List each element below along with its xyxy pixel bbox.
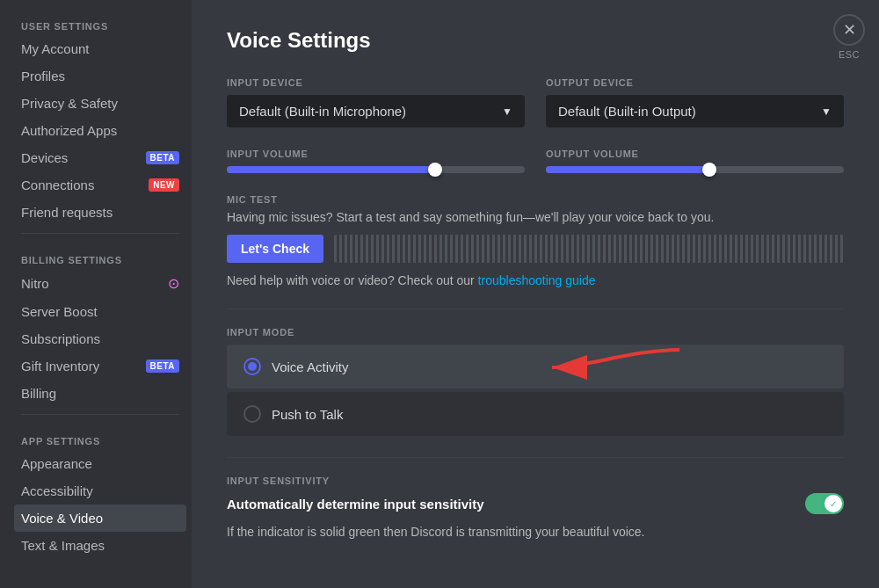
output-device-value: Default (Built-in Output) xyxy=(558,104,696,119)
connections-new-badge: NEW xyxy=(149,178,179,192)
sidebar-item-subscriptions[interactable]: Subscriptions xyxy=(14,325,186,352)
output-volume-slider[interactable] xyxy=(546,166,844,173)
audio-visualizer xyxy=(334,235,844,263)
user-settings-header: USER SETTINGS xyxy=(14,18,186,35)
output-device-arrow-icon: ▼ xyxy=(821,105,832,118)
auto-sensitivity-toggle[interactable]: ✓ xyxy=(805,493,844,514)
input-volume-slider[interactable] xyxy=(227,166,525,173)
output-volume-label: OUTPUT VOLUME xyxy=(546,149,844,159)
mic-test-desc: Having mic issues? Start a test and say … xyxy=(227,210,844,224)
mic-test-row: Let's Check xyxy=(227,235,844,263)
sidebar-item-authorized-apps[interactable]: Authorized Apps xyxy=(14,117,186,144)
sidebar-item-billing[interactable]: Billing xyxy=(14,380,186,407)
sidebar-item-server-boost[interactable]: Server Boost xyxy=(14,298,186,325)
devices-beta-badge: BETA xyxy=(146,151,179,164)
esc-label: ESC xyxy=(839,49,860,60)
input-device-col: INPUT DEVICE Default (Built-in Microphon… xyxy=(227,77,525,127)
voice-activity-dot xyxy=(248,362,257,371)
input-mode-label: INPUT MODE xyxy=(227,327,844,338)
output-device-dropdown[interactable]: Default (Built-in Output) ▼ xyxy=(546,95,844,127)
auto-sensitivity-title: Automatically determine input sensitivit… xyxy=(227,497,484,512)
billing-settings-header: BILLING SETTINGS xyxy=(14,241,186,269)
toggle-knob: ✓ xyxy=(825,495,842,512)
sidebar-item-friend-requests[interactable]: Friend requests xyxy=(14,199,186,226)
input-sensitivity-label: INPUT SENSITIVITY xyxy=(227,475,844,486)
input-volume-fill xyxy=(227,166,435,173)
divider-app xyxy=(21,414,179,415)
divider-1 xyxy=(227,309,844,309)
input-device-value: Default (Built-in Microphone) xyxy=(239,104,406,119)
sidebar-item-connections[interactable]: Connections NEW xyxy=(14,171,186,199)
input-mode-section: INPUT MODE Voice Activity Push to Talk xyxy=(227,327,844,436)
app-settings-header: APP SETTINGS xyxy=(14,422,186,450)
voice-activity-label: Voice Activity xyxy=(272,359,349,374)
output-volume-thumb[interactable] xyxy=(702,163,716,177)
page-title: Voice Settings xyxy=(227,28,844,53)
push-to-talk-option[interactable]: Push to Talk xyxy=(227,392,844,436)
input-sensitivity-section: INPUT SENSITIVITY Automatically determin… xyxy=(227,475,844,539)
input-volume-col: INPUT VOLUME xyxy=(227,149,525,173)
output-device-col: OUTPUT DEVICE Default (Built-in Output) … xyxy=(546,77,844,127)
sidebar-item-appearance[interactable]: Appearance xyxy=(14,450,186,477)
sidebar-item-nitro[interactable]: Nitro ⊙ xyxy=(14,269,186,298)
nitro-icon: ⊙ xyxy=(168,275,179,292)
device-row: INPUT DEVICE Default (Built-in Microphon… xyxy=(227,77,844,127)
sidebar: USER SETTINGS My Account Profiles Privac… xyxy=(0,0,192,588)
input-device-label: INPUT DEVICE xyxy=(227,77,525,88)
close-button[interactable]: ✕ xyxy=(833,14,865,46)
help-text: Need help with voice or video? Check out… xyxy=(227,273,844,287)
sidebar-item-privacy-safety[interactable]: Privacy & Safety xyxy=(14,90,186,117)
sidebar-item-profiles[interactable]: Profiles xyxy=(14,62,186,90)
push-to-talk-radio[interactable] xyxy=(243,405,261,423)
sensitivity-desc: If the indicator is solid green then Dis… xyxy=(227,525,844,539)
input-volume-thumb[interactable] xyxy=(428,163,442,177)
lets-check-button[interactable]: Let's Check xyxy=(227,235,323,263)
sidebar-item-accessibility[interactable]: Accessibility xyxy=(14,477,186,505)
voice-activity-option[interactable]: Voice Activity xyxy=(227,345,844,388)
divider-billing xyxy=(21,233,179,234)
output-volume-col: OUTPUT VOLUME xyxy=(546,149,844,173)
troubleshooting-link[interactable]: troubleshooting guide xyxy=(478,273,596,287)
sidebar-item-gift-inventory[interactable]: Gift Inventory BETA xyxy=(14,352,186,380)
mic-test-section: MIC TEST Having mic issues? Start a test… xyxy=(227,194,844,287)
input-volume-label: INPUT VOLUME xyxy=(227,149,525,159)
gift-inventory-beta-badge: BETA xyxy=(146,359,179,373)
mic-test-label: MIC TEST xyxy=(227,194,844,205)
sidebar-item-text-images[interactable]: Text & Images xyxy=(14,532,186,559)
voice-activity-radio[interactable] xyxy=(243,358,261,375)
input-device-arrow-icon: ▼ xyxy=(502,105,512,118)
volume-row: INPUT VOLUME OUTPUT VOLUME xyxy=(227,149,844,173)
sidebar-item-devices[interactable]: Devices BETA xyxy=(14,144,186,171)
divider-2 xyxy=(227,457,844,458)
main-content: ✕ ESC Voice Settings INPUT DEVICE Defaul… xyxy=(192,0,879,588)
output-volume-fill xyxy=(546,166,709,173)
input-device-dropdown[interactable]: Default (Built-in Microphone) ▼ xyxy=(227,95,525,127)
sidebar-item-voice-video[interactable]: Voice & Video xyxy=(14,505,186,532)
sensitivity-header: Automatically determine input sensitivit… xyxy=(227,493,844,514)
push-to-talk-label: Push to Talk xyxy=(272,407,343,422)
output-device-label: OUTPUT DEVICE xyxy=(546,77,844,88)
sidebar-item-my-account[interactable]: My Account xyxy=(14,35,186,62)
